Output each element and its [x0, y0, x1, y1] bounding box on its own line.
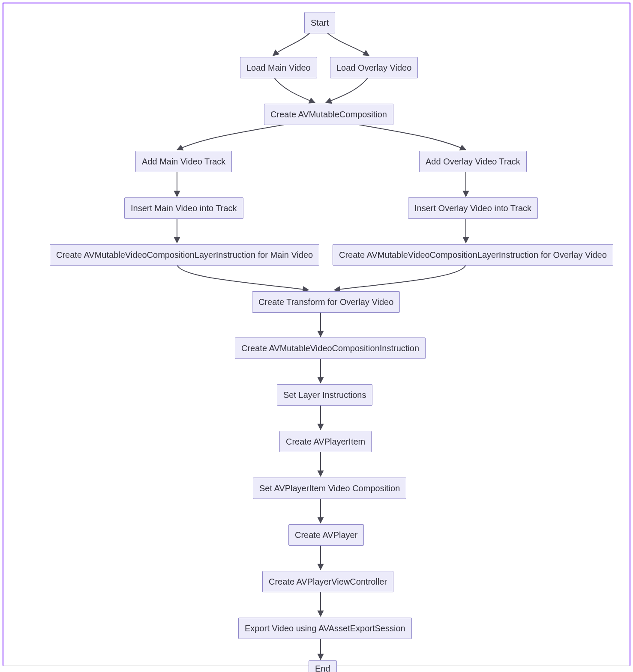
- node-export-session: Export Video using AVAssetExportSession: [238, 618, 412, 639]
- diagram-frame: [3, 3, 630, 666]
- node-layer-instr-main: Create AVMutableVideoCompositionLayerIns…: [50, 244, 319, 266]
- node-create-avplayer: Create AVPlayer: [288, 524, 364, 546]
- node-set-layer-instr: Set Layer Instructions: [277, 384, 372, 406]
- node-set-video-comp: Set AVPlayerItem Video Composition: [253, 478, 406, 499]
- node-create-transform: Create Transform for Overlay Video: [252, 291, 400, 313]
- node-insert-overlay: Insert Overlay Video into Track: [408, 197, 538, 219]
- node-layer-instr-overlay: Create AVMutableVideoCompositionLayerIns…: [333, 244, 613, 266]
- node-create-avpvc: Create AVPlayerViewController: [262, 571, 393, 592]
- node-load-overlay-video: Load Overlay Video: [330, 57, 418, 78]
- node-end: End: [309, 660, 337, 672]
- node-add-overlay-track: Add Overlay Video Track: [419, 151, 527, 172]
- node-insert-main: Insert Main Video into Track: [124, 197, 243, 219]
- node-create-composition: Create AVMutableComposition: [264, 104, 393, 125]
- node-create-comp-instr: Create AVMutableVideoCompositionInstruct…: [235, 337, 426, 359]
- node-create-player-item: Create AVPlayerItem: [279, 431, 372, 452]
- node-start: Start: [304, 12, 335, 33]
- flowchart-diagram: Start Load Main Video Load Overlay Video…: [0, 0, 633, 672]
- node-add-main-track: Add Main Video Track: [135, 151, 232, 172]
- node-load-main-video: Load Main Video: [240, 57, 317, 78]
